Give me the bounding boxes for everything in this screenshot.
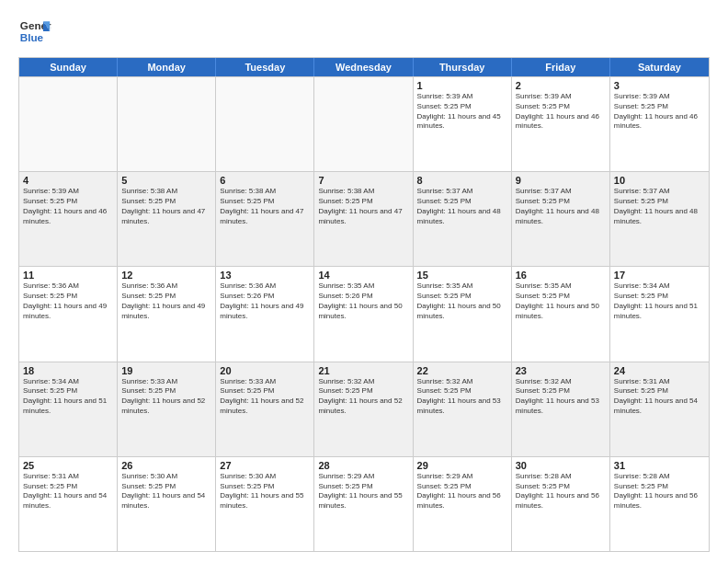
table-row	[314, 77, 413, 171]
table-row: 19Sunrise: 5:33 AMSunset: 5:25 PMDayligh…	[118, 362, 216, 456]
table-row: 28Sunrise: 5:29 AMSunset: 5:25 PMDayligh…	[314, 457, 413, 551]
day-number: 8	[417, 175, 507, 186]
table-row: 4Sunrise: 5:39 AMSunset: 5:25 PMDaylight…	[19, 172, 118, 266]
table-row: 13Sunrise: 5:36 AMSunset: 5:26 PMDayligh…	[216, 267, 314, 361]
day-info: Sunrise: 5:38 AMSunset: 5:25 PMDaylight:…	[121, 187, 211, 226]
day-number: 27	[220, 460, 310, 471]
table-row: 6Sunrise: 5:38 AMSunset: 5:25 PMDaylight…	[216, 172, 314, 266]
table-row: 16Sunrise: 5:35 AMSunset: 5:25 PMDayligh…	[512, 267, 610, 361]
calendar-row: 1Sunrise: 5:39 AMSunset: 5:25 PMDaylight…	[19, 76, 709, 171]
day-info: Sunrise: 5:32 AMSunset: 5:25 PMDaylight:…	[417, 377, 507, 417]
day-number: 18	[23, 365, 113, 376]
day-number: 24	[614, 365, 705, 376]
header: General Blue	[18, 15, 710, 48]
table-row: 30Sunrise: 5:28 AMSunset: 5:25 PMDayligh…	[512, 457, 610, 551]
table-row: 12Sunrise: 5:36 AMSunset: 5:25 PMDayligh…	[118, 267, 216, 361]
calendar-header: SundayMondayTuesdayWednesdayThursdayFrid…	[19, 58, 709, 76]
table-row: 27Sunrise: 5:30 AMSunset: 5:25 PMDayligh…	[216, 457, 314, 551]
table-row: 20Sunrise: 5:33 AMSunset: 5:25 PMDayligh…	[216, 362, 314, 456]
day-number: 26	[121, 460, 211, 471]
day-number: 22	[417, 365, 507, 376]
day-info: Sunrise: 5:34 AMSunset: 5:25 PMDaylight:…	[614, 282, 705, 321]
day-info: Sunrise: 5:39 AMSunset: 5:25 PMDaylight:…	[417, 92, 507, 132]
day-number: 6	[220, 175, 310, 186]
calendar-row: 18Sunrise: 5:34 AMSunset: 5:25 PMDayligh…	[19, 362, 709, 456]
calendar-header-cell: Saturday	[610, 58, 709, 76]
day-info: Sunrise: 5:39 AMSunset: 5:25 PMDaylight:…	[23, 187, 113, 226]
svg-text:Blue: Blue	[20, 31, 44, 43]
table-row: 9Sunrise: 5:37 AMSunset: 5:25 PMDaylight…	[512, 172, 610, 266]
table-row: 7Sunrise: 5:38 AMSunset: 5:25 PMDaylight…	[314, 172, 413, 266]
day-info: Sunrise: 5:36 AMSunset: 5:26 PMDaylight:…	[220, 282, 310, 321]
table-row: 18Sunrise: 5:34 AMSunset: 5:25 PMDayligh…	[19, 362, 118, 456]
calendar-row: 25Sunrise: 5:31 AMSunset: 5:25 PMDayligh…	[19, 456, 709, 551]
table-row: 21Sunrise: 5:32 AMSunset: 5:25 PMDayligh…	[314, 362, 413, 456]
table-row: 1Sunrise: 5:39 AMSunset: 5:25 PMDaylight…	[414, 77, 512, 171]
day-number: 4	[23, 175, 113, 186]
day-number: 17	[614, 270, 705, 281]
table-row	[118, 77, 216, 171]
table-row: 3Sunrise: 5:39 AMSunset: 5:25 PMDaylight…	[610, 77, 709, 171]
calendar: SundayMondayTuesdayWednesdayThursdayFrid…	[18, 57, 710, 552]
day-info: Sunrise: 5:30 AMSunset: 5:25 PMDaylight:…	[220, 472, 310, 511]
table-row: 11Sunrise: 5:36 AMSunset: 5:25 PMDayligh…	[19, 267, 118, 361]
calendar-header-cell: Monday	[118, 58, 216, 76]
day-info: Sunrise: 5:32 AMSunset: 5:25 PMDaylight:…	[318, 377, 408, 417]
calendar-header-cell: Wednesday	[314, 58, 413, 76]
day-number: 1	[417, 80, 507, 91]
day-number: 12	[121, 270, 211, 281]
day-number: 19	[121, 365, 211, 376]
table-row: 14Sunrise: 5:35 AMSunset: 5:26 PMDayligh…	[314, 267, 413, 361]
day-number: 7	[318, 175, 408, 186]
day-number: 21	[318, 365, 408, 376]
logo: General Blue	[18, 15, 51, 48]
day-info: Sunrise: 5:39 AMSunset: 5:25 PMDaylight:…	[516, 92, 606, 132]
day-number: 20	[220, 365, 310, 376]
day-info: Sunrise: 5:31 AMSunset: 5:25 PMDaylight:…	[614, 377, 705, 417]
day-info: Sunrise: 5:38 AMSunset: 5:25 PMDaylight:…	[220, 187, 310, 226]
day-number: 15	[417, 270, 507, 281]
day-number: 14	[318, 270, 408, 281]
day-info: Sunrise: 5:36 AMSunset: 5:25 PMDaylight:…	[23, 282, 113, 321]
table-row: 31Sunrise: 5:28 AMSunset: 5:25 PMDayligh…	[610, 457, 709, 551]
table-row	[19, 77, 118, 171]
day-info: Sunrise: 5:29 AMSunset: 5:25 PMDaylight:…	[318, 472, 408, 511]
day-number: 28	[318, 460, 408, 471]
day-info: Sunrise: 5:28 AMSunset: 5:25 PMDaylight:…	[614, 472, 705, 511]
day-info: Sunrise: 5:34 AMSunset: 5:25 PMDaylight:…	[23, 377, 113, 417]
logo-icon: General Blue	[18, 15, 51, 48]
day-info: Sunrise: 5:35 AMSunset: 5:26 PMDaylight:…	[318, 282, 408, 321]
calendar-body: 1Sunrise: 5:39 AMSunset: 5:25 PMDaylight…	[19, 76, 709, 551]
calendar-header-cell: Tuesday	[216, 58, 314, 76]
calendar-row: 11Sunrise: 5:36 AMSunset: 5:25 PMDayligh…	[19, 266, 709, 361]
day-info: Sunrise: 5:35 AMSunset: 5:25 PMDaylight:…	[516, 282, 606, 321]
day-number: 11	[23, 270, 113, 281]
calendar-row: 4Sunrise: 5:39 AMSunset: 5:25 PMDaylight…	[19, 171, 709, 266]
calendar-header-cell: Friday	[512, 58, 610, 76]
day-info: Sunrise: 5:37 AMSunset: 5:25 PMDaylight:…	[417, 187, 507, 226]
day-info: Sunrise: 5:33 AMSunset: 5:25 PMDaylight:…	[121, 377, 211, 417]
table-row: 5Sunrise: 5:38 AMSunset: 5:25 PMDaylight…	[118, 172, 216, 266]
table-row: 15Sunrise: 5:35 AMSunset: 5:25 PMDayligh…	[414, 267, 512, 361]
page: General Blue SundayMondayTuesdayWednesda…	[0, 0, 728, 563]
day-info: Sunrise: 5:29 AMSunset: 5:25 PMDaylight:…	[417, 472, 507, 511]
table-row: 24Sunrise: 5:31 AMSunset: 5:25 PMDayligh…	[610, 362, 709, 456]
day-info: Sunrise: 5:35 AMSunset: 5:25 PMDaylight:…	[417, 282, 507, 321]
day-number: 3	[614, 80, 705, 91]
table-row: 25Sunrise: 5:31 AMSunset: 5:25 PMDayligh…	[19, 457, 118, 551]
table-row: 8Sunrise: 5:37 AMSunset: 5:25 PMDaylight…	[414, 172, 512, 266]
day-number: 31	[614, 460, 705, 471]
day-number: 23	[516, 365, 606, 376]
day-info: Sunrise: 5:31 AMSunset: 5:25 PMDaylight:…	[23, 472, 113, 511]
table-row: 29Sunrise: 5:29 AMSunset: 5:25 PMDayligh…	[414, 457, 512, 551]
day-number: 30	[516, 460, 606, 471]
table-row: 10Sunrise: 5:37 AMSunset: 5:25 PMDayligh…	[610, 172, 709, 266]
day-number: 5	[121, 175, 211, 186]
table-row	[216, 77, 314, 171]
day-info: Sunrise: 5:32 AMSunset: 5:25 PMDaylight:…	[516, 377, 606, 417]
day-info: Sunrise: 5:36 AMSunset: 5:25 PMDaylight:…	[121, 282, 211, 321]
table-row: 26Sunrise: 5:30 AMSunset: 5:25 PMDayligh…	[118, 457, 216, 551]
calendar-header-cell: Sunday	[19, 58, 118, 76]
table-row: 22Sunrise: 5:32 AMSunset: 5:25 PMDayligh…	[414, 362, 512, 456]
table-row: 2Sunrise: 5:39 AMSunset: 5:25 PMDaylight…	[512, 77, 610, 171]
